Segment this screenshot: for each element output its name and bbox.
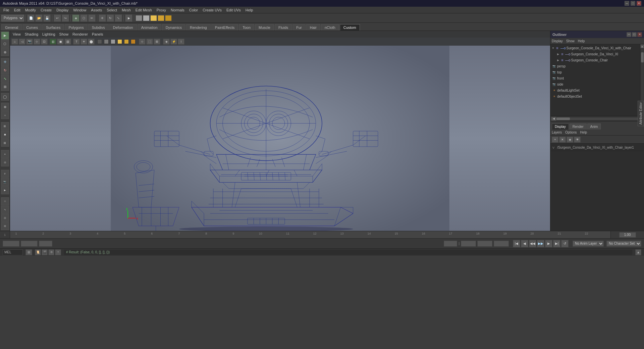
attribute-editor-tab[interactable]: Attribute Editor	[638, 101, 644, 126]
menu-edit[interactable]: Edit	[12, 7, 22, 13]
tab-subdivs[interactable]: Subdivs	[88, 24, 109, 31]
step-forward-button[interactable]: ▶	[545, 240, 552, 247]
tab-rendering[interactable]: Rendering	[186, 24, 211, 31]
anim-layer-select[interactable]: No Anim Layer	[573, 241, 604, 247]
hscroll-left[interactable]: ◀	[551, 117, 556, 121]
step-back-button[interactable]: ◀	[521, 240, 528, 247]
vp-grid-toggle[interactable]: ⊹	[139, 39, 146, 45]
tab-deformation[interactable]: Deformation	[109, 24, 137, 31]
status-expand-button[interactable]: ▲	[635, 249, 641, 255]
tab-animation[interactable]: Animation	[138, 24, 161, 31]
vp-col-5[interactable]	[124, 39, 129, 44]
playback-speed-field[interactable]: 1.00	[21, 241, 38, 247]
vp-light[interactable]: ☀	[80, 39, 87, 45]
tool-shaded[interactable]: ◼	[1, 131, 9, 139]
tab-muscle[interactable]: Muscle	[255, 24, 274, 31]
toolbar-color-3[interactable]	[150, 15, 157, 21]
vp-prev-cam[interactable]: ◁	[19, 39, 25, 45]
tab-fur[interactable]: Fur	[292, 24, 306, 31]
current-frame-field[interactable]: 1	[39, 241, 52, 247]
minimize-button[interactable]: ─	[625, 1, 629, 6]
vp-select-highlight[interactable]: ◈	[163, 39, 170, 45]
menu-proxy[interactable]: Proxy	[155, 7, 168, 13]
menu-normals[interactable]: Normals	[169, 7, 186, 13]
toolbar-new[interactable]: 📄	[27, 14, 35, 22]
vp-select-cam[interactable]: ⊡	[41, 39, 48, 45]
tool-snap-view[interactable]: ⊟	[1, 222, 9, 230]
tab-ncloth[interactable]: nCloth	[321, 24, 339, 31]
toolbar-rotate[interactable]: ↻	[107, 14, 114, 22]
tool-poly-count[interactable]: ≡	[1, 150, 9, 158]
viewport-container[interactable]: View Shading Lighting Show Renderer Pane…	[10, 31, 550, 231]
vp-menu-view[interactable]: View	[13, 32, 21, 36]
tool-soft-select[interactable]: ◯	[1, 93, 9, 101]
vscroll-thumb[interactable]	[641, 52, 644, 62]
toolbar-color-2[interactable]	[143, 15, 150, 21]
menu-edit-uvs[interactable]: Edit UVs	[224, 7, 243, 13]
layer-menu-help[interactable]: Help	[580, 131, 587, 134]
expand-arrow-child2[interactable]: ▶	[557, 59, 559, 62]
vp-hudToggle[interactable]: i	[178, 39, 184, 45]
vp-col-4[interactable]	[117, 39, 122, 44]
tool-rotate[interactable]: ↻	[1, 66, 9, 74]
anim-end-display[interactable]: 48.00	[494, 241, 509, 247]
mode-select[interactable]: Polygons	[1, 15, 24, 21]
vp-menu-panels[interactable]: Panels	[92, 32, 103, 36]
maximize-button[interactable]: □	[631, 1, 635, 6]
close-button[interactable]: ✕	[637, 1, 641, 6]
toolbar-color-5[interactable]	[165, 15, 172, 21]
outliner-menu-display[interactable]: Display	[552, 39, 563, 43]
toolbar-render[interactable]: ▶	[125, 14, 132, 22]
status-icons-settings[interactable]: ⚙	[48, 249, 54, 255]
range-end-display[interactable]: 24.00	[477, 241, 492, 247]
tool-lasso[interactable]: ⬡	[1, 40, 9, 48]
vp-realtime[interactable]: ⚡	[170, 39, 177, 45]
outliner-item-child1[interactable]: ▶ ⊞ —o Surgeon_Console_Da_Vinci_XI	[550, 51, 640, 57]
command-input-icon[interactable]: ⊞	[25, 249, 32, 255]
layer-tool-hide[interactable]: 👁	[574, 137, 581, 143]
vp-field-chart[interactable]: ⊞	[154, 39, 160, 45]
menu-file[interactable]: File	[1, 7, 11, 13]
vp-smooth[interactable]: ◼	[57, 39, 64, 45]
range-end-field[interactable]: 24	[444, 241, 457, 247]
menu-display[interactable]: Display	[54, 7, 70, 13]
outliner-item-side[interactable]: 📷 side	[550, 81, 640, 87]
play-back-button[interactable]: ◀◀	[529, 240, 536, 247]
vp-texture-off[interactable]: T	[73, 39, 80, 45]
outliner-hscrollbar[interactable]: ◀ ▶	[550, 116, 644, 121]
tab-dynamics[interactable]: Dynamics	[162, 24, 185, 31]
outliner-item-child2[interactable]: ▶ ⊞ —o Surgeon_Console_Chair	[550, 57, 640, 63]
tab-general[interactable]: General	[1, 24, 22, 31]
layer-row-1[interactable]: V /Surgeon_Console_Da_Vinci_XI_with_Chai…	[551, 144, 643, 151]
outliner-minimize[interactable]: ─	[627, 32, 631, 37]
next-key-button[interactable]: ▶|	[553, 240, 560, 247]
vp-menu-renderer[interactable]: Renderer	[72, 32, 88, 36]
prev-key-button[interactable]: |◀	[513, 240, 520, 247]
outliner-close[interactable]: ✕	[637, 32, 642, 37]
tool-camera[interactable]: 📷	[1, 178, 9, 186]
menu-select[interactable]: Select	[105, 7, 119, 13]
tab-custom[interactable]: Custom	[340, 24, 360, 31]
status-icons-help[interactable]: ?	[55, 249, 61, 255]
tool-snap-curve[interactable]: ∿	[1, 206, 9, 214]
tab-painteffects[interactable]: PaintEffects	[211, 24, 238, 31]
toolbar-save[interactable]: 💾	[43, 14, 51, 22]
tab-fluids[interactable]: Fluids	[275, 24, 292, 31]
toolbar-move[interactable]: ✛	[99, 14, 106, 22]
toolbar-undo[interactable]: ↩	[54, 14, 61, 22]
viewport-canvas[interactable]: x y	[10, 46, 550, 231]
layer-menu-options[interactable]: Options	[565, 131, 577, 134]
menu-modify[interactable]: Modify	[23, 7, 38, 13]
tool-render-view[interactable]: ▶	[1, 186, 9, 194]
tab-polygons[interactable]: Polygons	[65, 24, 87, 31]
vp-home[interactable]: ⌂	[11, 39, 18, 45]
layer-tab-render[interactable]: Render	[570, 123, 587, 130]
char-set-select[interactable]: No Character Set	[606, 241, 641, 247]
tab-surfaces[interactable]: Surfaces	[42, 24, 64, 31]
expand-arrow-root[interactable]: ▼	[552, 47, 554, 50]
vp-col-3[interactable]	[111, 39, 115, 44]
outliner-item-top[interactable]: 📷 top	[550, 69, 640, 75]
toolbar-scale[interactable]: ⤡	[115, 14, 122, 22]
menu-color[interactable]: Color	[187, 7, 200, 13]
anim-start-field[interactable]: 1.00	[3, 241, 19, 247]
